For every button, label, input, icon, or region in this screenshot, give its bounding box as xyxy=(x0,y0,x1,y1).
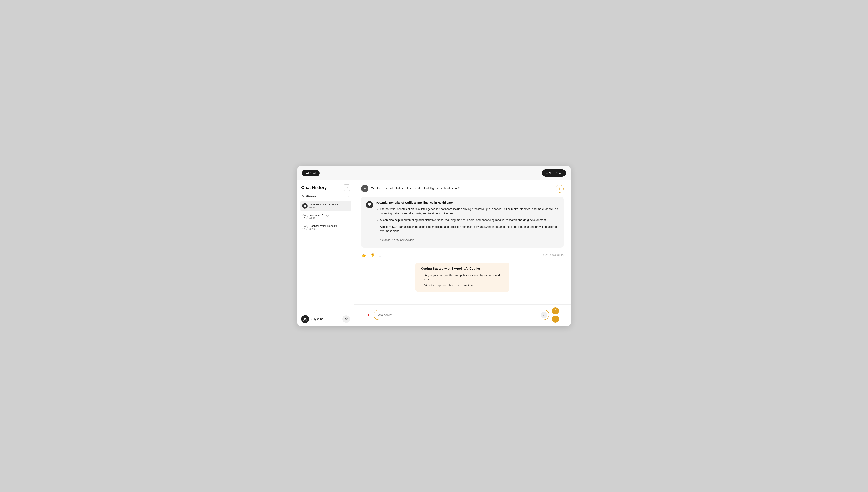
chat-history-title: Chat History xyxy=(301,185,327,190)
chat-list: AI in Healthcare Benefits 01:19 ⋮ Insura… xyxy=(298,199,354,234)
sidebar-header: Chat History ↤ xyxy=(298,180,354,193)
feedback-row: 👍 👎 ◻ 05/07/2024, 01:19 xyxy=(361,251,564,259)
chat-input-wrapper: ► xyxy=(374,310,549,320)
thumbs-down-icon: 👎 xyxy=(370,253,374,257)
chat-item-name: Insurance Policy xyxy=(309,214,349,217)
ai-response-title: Potential Benefits of Artificial Intelli… xyxy=(376,201,559,204)
gear-icon: ⚙ xyxy=(345,317,348,321)
ai-response-card: Potential Benefits of Artificial Intelli… xyxy=(361,197,564,248)
history-section-header[interactable]: ⏲ History ⌄ xyxy=(298,193,354,199)
scroll-up-button[interactable]: ⇧ xyxy=(552,307,559,314)
ai-response-header: Potential Benefits of Artificial Intelli… xyxy=(366,201,559,243)
svg-point-2 xyxy=(304,318,306,319)
top-bar: AI Chat + New Chat xyxy=(298,166,570,180)
chat-messages: OS What are the potential benefits of ar… xyxy=(354,180,570,304)
chat-item-info: Insurance Policy 01:18 xyxy=(309,214,349,220)
copy-button[interactable]: ◻ xyxy=(378,252,382,258)
ai-response-bullets: The potential benefits of artificial int… xyxy=(376,207,559,233)
user-name: Skypoint xyxy=(311,317,323,321)
ai-icon xyxy=(366,201,373,208)
chat-item-name: AI in Healthcare Benefits xyxy=(309,203,343,206)
chat-item-info: Hospitalization Benefits 05/02 xyxy=(309,224,349,230)
getting-started-title: Getting Started with Skypoint AI Copilot xyxy=(421,267,504,270)
svg-point-1 xyxy=(304,205,305,206)
ai-bullet: AI can also help in automating administr… xyxy=(380,218,559,222)
send-button[interactable]: ► xyxy=(541,312,547,318)
getting-started-bullets: Key in your query in the prompt bar as s… xyxy=(421,273,504,288)
history-label: ⏲ History xyxy=(301,195,316,198)
ai-chat-tab[interactable]: AI Chat xyxy=(302,170,320,176)
sidebar-footer: Skypoint ⚙ xyxy=(298,312,354,326)
scroll-buttons: ⇧ ⇩ xyxy=(552,307,559,323)
chat-input[interactable] xyxy=(374,310,549,320)
user-question: What are the potential benefits of artif… xyxy=(371,185,553,190)
chevron-down-icon: ⌄ xyxy=(348,195,350,198)
chat-item-time: 01:18 xyxy=(309,217,349,220)
chat-area: OS What are the potential benefits of ar… xyxy=(354,180,570,326)
share-button[interactable]: ⇧ xyxy=(556,185,564,193)
user-avatar-small: OS xyxy=(361,185,369,192)
collapse-sidebar-button[interactable]: ↤ xyxy=(344,184,350,191)
sidebar: Chat History ↤ ⏲ History ⌄ xyxy=(298,180,354,326)
collapse-icon: ↤ xyxy=(346,186,348,189)
ai-sources: "Sources -> i TLPSRules.pdf" xyxy=(376,237,559,243)
settings-button[interactable]: ⚙ xyxy=(343,315,350,323)
user-info: Skypoint xyxy=(301,315,323,323)
dislike-button[interactable]: 👎 xyxy=(369,252,375,258)
new-chat-button[interactable]: + New Chat xyxy=(542,169,566,177)
chat-item[interactable]: Insurance Policy 01:18 xyxy=(300,212,351,222)
avatar xyxy=(301,315,309,323)
chat-item-icon xyxy=(302,214,308,219)
chat-item-icon xyxy=(302,225,308,230)
ai-content: Potential Benefits of Artificial Intelli… xyxy=(376,201,559,243)
chat-item[interactable]: Hospitalization Benefits 05/02 xyxy=(300,222,351,232)
message-timestamp: 05/07/2024, 01:19 xyxy=(543,254,564,256)
ai-bullet: The potential benefits of artificial int… xyxy=(380,207,559,216)
copy-icon: ◻ xyxy=(379,253,381,257)
main-layout: Chat History ↤ ⏲ History ⌄ xyxy=(298,180,570,326)
clock-icon: ⏲ xyxy=(301,195,304,198)
arrow-indicator-icon: ➜ xyxy=(366,312,370,318)
user-message-row: OS What are the potential benefits of ar… xyxy=(361,185,564,193)
chat-item[interactable]: AI in Healthcare Benefits 01:19 ⋮ xyxy=(300,201,351,211)
gs-bullet: View the response above the prompt bar xyxy=(424,284,504,288)
chat-item-name: Hospitalization Benefits xyxy=(309,224,349,227)
chat-item-info: AI in Healthcare Benefits 01:19 xyxy=(309,203,343,209)
ai-bullet: Additionally, AI can assist in personali… xyxy=(380,225,559,233)
getting-started-card: Getting Started with Skypoint AI Copilot… xyxy=(416,263,509,292)
chat-item-time: 05/02 xyxy=(309,228,349,230)
input-area: ➜ ► ⇧ ⇩ xyxy=(354,304,570,326)
chevron-up-icon: ⇧ xyxy=(554,309,557,313)
scroll-down-button[interactable]: ⇩ xyxy=(552,316,559,323)
gs-bullet: Key in your query in the prompt bar as s… xyxy=(424,273,504,281)
like-button[interactable]: 👍 xyxy=(361,252,367,258)
thumbs-up-icon: 👍 xyxy=(362,253,366,257)
send-icon: ► xyxy=(542,313,545,317)
chat-item-icon xyxy=(302,203,308,208)
chat-item-more-button[interactable]: ⋮ xyxy=(345,204,349,208)
chat-item-time: 01:19 xyxy=(309,206,343,209)
chevron-down-icon: ⇩ xyxy=(554,317,557,321)
share-icon: ⇧ xyxy=(559,187,561,191)
